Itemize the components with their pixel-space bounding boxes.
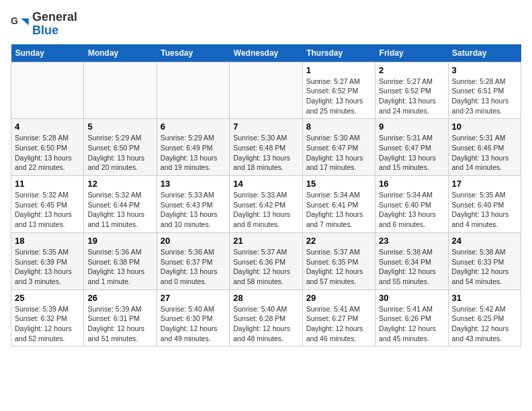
day-number: 17 bbox=[452, 179, 517, 189]
day-number: 6 bbox=[161, 122, 226, 132]
day-info: Sunrise: 5:38 AM Sunset: 6:34 PM Dayligh… bbox=[379, 247, 444, 287]
day-number: 20 bbox=[161, 236, 226, 246]
calendar-header-row: SundayMondayTuesdayWednesdayThursdayFrid… bbox=[11, 44, 521, 62]
calendar-cell: 1Sunrise: 5:27 AM Sunset: 6:52 PM Daylig… bbox=[302, 62, 375, 119]
day-number: 30 bbox=[379, 293, 444, 303]
calendar-cell: 13Sunrise: 5:33 AM Sunset: 6:43 PM Dayli… bbox=[157, 176, 229, 233]
day-info: Sunrise: 5:31 AM Sunset: 6:46 PM Dayligh… bbox=[452, 133, 517, 173]
calendar-cell bbox=[11, 62, 84, 119]
day-number: 24 bbox=[452, 236, 517, 246]
day-info: Sunrise: 5:28 AM Sunset: 6:51 PM Dayligh… bbox=[452, 77, 517, 116]
calendar-cell: 30Sunrise: 5:41 AM Sunset: 6:26 PM Dayli… bbox=[375, 289, 448, 347]
calendar-table: SundayMondayTuesdayWednesdayThursdayFrid… bbox=[11, 44, 521, 347]
calendar-cell bbox=[84, 62, 157, 119]
day-number: 26 bbox=[87, 293, 152, 303]
day-of-week-header: Thursday bbox=[302, 44, 375, 62]
day-number: 18 bbox=[15, 236, 80, 246]
page-header: G General Blue bbox=[11, 11, 521, 38]
calendar-week-row: 18Sunrise: 5:35 AM Sunset: 6:39 PM Dayli… bbox=[11, 232, 521, 289]
day-number: 21 bbox=[233, 236, 298, 246]
svg-marker-1 bbox=[21, 18, 28, 25]
calendar-cell: 22Sunrise: 5:37 AM Sunset: 6:35 PM Dayli… bbox=[302, 232, 375, 289]
day-info: Sunrise: 5:29 AM Sunset: 6:50 PM Dayligh… bbox=[87, 133, 152, 173]
calendar-cell: 21Sunrise: 5:37 AM Sunset: 6:36 PM Dayli… bbox=[230, 232, 302, 289]
calendar-cell: 8Sunrise: 5:30 AM Sunset: 6:47 PM Daylig… bbox=[302, 119, 375, 176]
day-info: Sunrise: 5:36 AM Sunset: 6:38 PM Dayligh… bbox=[87, 247, 152, 287]
day-number: 7 bbox=[233, 122, 298, 132]
calendar-cell: 17Sunrise: 5:35 AM Sunset: 6:40 PM Dayli… bbox=[448, 176, 521, 233]
day-info: Sunrise: 5:40 AM Sunset: 6:30 PM Dayligh… bbox=[161, 304, 226, 344]
calendar-cell: 24Sunrise: 5:38 AM Sunset: 6:33 PM Dayli… bbox=[448, 232, 521, 289]
day-number: 15 bbox=[306, 179, 371, 189]
day-info: Sunrise: 5:40 AM Sunset: 6:28 PM Dayligh… bbox=[233, 304, 298, 344]
calendar-cell: 3Sunrise: 5:28 AM Sunset: 6:51 PM Daylig… bbox=[448, 62, 521, 119]
day-of-week-header: Friday bbox=[375, 44, 448, 62]
calendar-cell: 5Sunrise: 5:29 AM Sunset: 6:50 PM Daylig… bbox=[84, 119, 157, 176]
day-of-week-header: Tuesday bbox=[157, 44, 229, 62]
calendar-cell: 20Sunrise: 5:36 AM Sunset: 6:37 PM Dayli… bbox=[157, 232, 229, 289]
day-info: Sunrise: 5:32 AM Sunset: 6:45 PM Dayligh… bbox=[15, 190, 80, 230]
calendar-cell: 23Sunrise: 5:38 AM Sunset: 6:34 PM Dayli… bbox=[375, 232, 448, 289]
day-number: 11 bbox=[15, 179, 80, 189]
day-info: Sunrise: 5:31 AM Sunset: 6:47 PM Dayligh… bbox=[379, 133, 444, 173]
day-info: Sunrise: 5:30 AM Sunset: 6:47 PM Dayligh… bbox=[306, 133, 371, 173]
day-number: 29 bbox=[306, 293, 371, 303]
day-info: Sunrise: 5:29 AM Sunset: 6:49 PM Dayligh… bbox=[161, 133, 226, 173]
day-of-week-header: Sunday bbox=[11, 44, 84, 62]
day-number: 2 bbox=[379, 65, 444, 75]
calendar-cell: 14Sunrise: 5:33 AM Sunset: 6:42 PM Dayli… bbox=[230, 176, 302, 233]
day-number: 9 bbox=[379, 122, 444, 132]
calendar-cell: 18Sunrise: 5:35 AM Sunset: 6:39 PM Dayli… bbox=[11, 232, 84, 289]
day-info: Sunrise: 5:35 AM Sunset: 6:40 PM Dayligh… bbox=[452, 190, 517, 230]
day-info: Sunrise: 5:38 AM Sunset: 6:33 PM Dayligh… bbox=[452, 247, 517, 287]
day-number: 3 bbox=[452, 65, 517, 75]
calendar-cell: 19Sunrise: 5:36 AM Sunset: 6:38 PM Dayli… bbox=[84, 232, 157, 289]
day-number: 14 bbox=[233, 179, 298, 189]
day-number: 31 bbox=[452, 293, 517, 303]
calendar-cell: 2Sunrise: 5:27 AM Sunset: 6:52 PM Daylig… bbox=[375, 62, 448, 119]
day-number: 27 bbox=[161, 293, 226, 303]
calendar-cell: 15Sunrise: 5:34 AM Sunset: 6:41 PM Dayli… bbox=[302, 176, 375, 233]
day-info: Sunrise: 5:41 AM Sunset: 6:26 PM Dayligh… bbox=[379, 304, 444, 344]
logo-general: General bbox=[32, 10, 77, 24]
calendar-cell: 9Sunrise: 5:31 AM Sunset: 6:47 PM Daylig… bbox=[375, 119, 448, 176]
calendar-cell: 11Sunrise: 5:32 AM Sunset: 6:45 PM Dayli… bbox=[11, 176, 84, 233]
day-of-week-header: Wednesday bbox=[230, 44, 302, 62]
calendar-week-row: 1Sunrise: 5:27 AM Sunset: 6:52 PM Daylig… bbox=[11, 62, 521, 119]
day-number: 4 bbox=[15, 122, 80, 132]
day-info: Sunrise: 5:33 AM Sunset: 6:42 PM Dayligh… bbox=[233, 190, 298, 230]
calendar-cell: 7Sunrise: 5:30 AM Sunset: 6:48 PM Daylig… bbox=[230, 119, 302, 176]
day-info: Sunrise: 5:41 AM Sunset: 6:27 PM Dayligh… bbox=[306, 304, 371, 344]
day-number: 23 bbox=[379, 236, 444, 246]
logo-icon: G bbox=[11, 15, 30, 34]
day-info: Sunrise: 5:27 AM Sunset: 6:52 PM Dayligh… bbox=[306, 77, 371, 116]
day-info: Sunrise: 5:37 AM Sunset: 6:35 PM Dayligh… bbox=[306, 247, 371, 287]
day-info: Sunrise: 5:34 AM Sunset: 6:40 PM Dayligh… bbox=[379, 190, 444, 230]
logo-blue: Blue bbox=[32, 24, 58, 37]
calendar-cell: 26Sunrise: 5:39 AM Sunset: 6:31 PM Dayli… bbox=[84, 289, 157, 347]
calendar-cell: 31Sunrise: 5:42 AM Sunset: 6:25 PM Dayli… bbox=[448, 289, 521, 347]
calendar-cell: 28Sunrise: 5:40 AM Sunset: 6:28 PM Dayli… bbox=[230, 289, 302, 347]
day-info: Sunrise: 5:36 AM Sunset: 6:37 PM Dayligh… bbox=[161, 247, 226, 287]
logo: G General Blue bbox=[11, 11, 77, 38]
day-info: Sunrise: 5:28 AM Sunset: 6:50 PM Dayligh… bbox=[15, 133, 80, 173]
day-info: Sunrise: 5:27 AM Sunset: 6:52 PM Dayligh… bbox=[379, 77, 444, 116]
day-number: 16 bbox=[379, 179, 444, 189]
day-info: Sunrise: 5:33 AM Sunset: 6:43 PM Dayligh… bbox=[161, 190, 226, 230]
day-number: 22 bbox=[306, 236, 371, 246]
day-number: 25 bbox=[15, 293, 80, 303]
day-number: 28 bbox=[233, 293, 298, 303]
calendar-cell bbox=[230, 62, 302, 119]
day-info: Sunrise: 5:39 AM Sunset: 6:32 PM Dayligh… bbox=[15, 304, 80, 344]
day-number: 8 bbox=[306, 122, 371, 132]
day-info: Sunrise: 5:37 AM Sunset: 6:36 PM Dayligh… bbox=[233, 247, 298, 287]
calendar-cell: 25Sunrise: 5:39 AM Sunset: 6:32 PM Dayli… bbox=[11, 289, 84, 347]
day-info: Sunrise: 5:39 AM Sunset: 6:31 PM Dayligh… bbox=[87, 304, 152, 344]
calendar-week-row: 25Sunrise: 5:39 AM Sunset: 6:32 PM Dayli… bbox=[11, 289, 521, 347]
day-of-week-header: Saturday bbox=[448, 44, 521, 62]
day-number: 1 bbox=[306, 65, 371, 75]
calendar-week-row: 11Sunrise: 5:32 AM Sunset: 6:45 PM Dayli… bbox=[11, 176, 521, 233]
calendar-cell bbox=[157, 62, 229, 119]
day-number: 13 bbox=[161, 179, 226, 189]
day-info: Sunrise: 5:32 AM Sunset: 6:44 PM Dayligh… bbox=[87, 190, 152, 230]
